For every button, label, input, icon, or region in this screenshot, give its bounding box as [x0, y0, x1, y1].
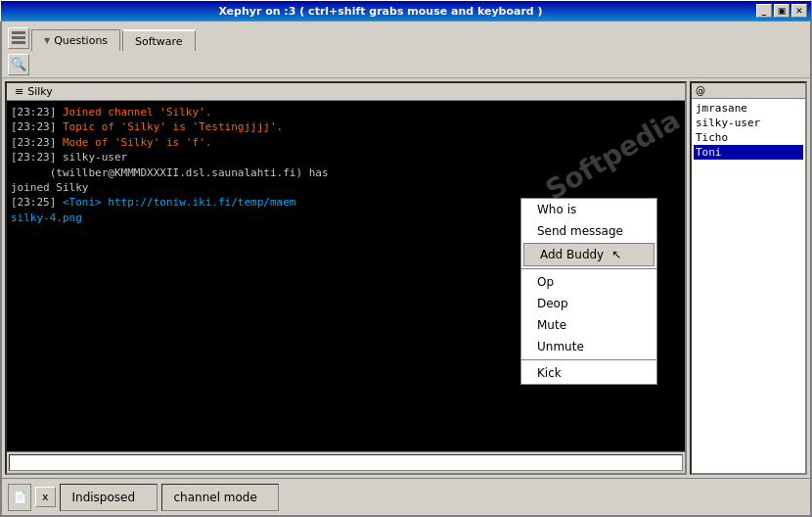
message-1: [23:23] Joined channel 'Silky'. — [11, 105, 681, 119]
title-bar: Xephyr on :3 ( ctrl+shift grabs mouse an… — [0, 0, 812, 22]
toolbar-row: 🔍 — [2, 51, 810, 78]
user-jmrasane[interactable]: jmrasane — [694, 101, 803, 116]
file-icon: 📄 — [13, 491, 27, 504]
context-op[interactable]: Op — [521, 271, 656, 293]
status-close-button[interactable]: x — [35, 487, 56, 507]
tab-arrow-icon: ▼ — [44, 36, 50, 45]
context-deop[interactable]: Deop — [521, 293, 656, 314]
context-add-buddy-label: Add Buddy — [540, 248, 604, 261]
tab-software-label: Software — [135, 35, 183, 48]
msg-text-4: silky-user (twillber@KMMMDXXXII.dsl.saun… — [11, 151, 329, 194]
status-channel-mode: channel mode — [161, 484, 279, 511]
status-indisposed: Indisposed — [60, 484, 158, 511]
user-silky-user[interactable]: silky-user — [694, 116, 803, 130]
context-whois[interactable]: Who is — [521, 199, 656, 220]
chat-input[interactable] — [9, 454, 683, 471]
msg-text-2: Topic of 'Silky' is 'Testingjjjj'. — [63, 120, 283, 133]
context-add-buddy[interactable]: Add Buddy ↖ — [523, 243, 654, 266]
msg-text-1: Joined channel 'Silky'. — [63, 106, 211, 118]
tab-questions-label: Questions — [54, 34, 108, 47]
close-button[interactable]: ✕ — [791, 4, 807, 18]
window-body: ▼ Questions Software 🔍 ≡ Silky [23:23] J… — [0, 22, 812, 517]
msg-time-1: [23:23] — [11, 106, 56, 118]
minimize-button[interactable]: _ — [756, 4, 772, 18]
sidebar-icon[interactable] — [8, 27, 29, 49]
msg-time-5: [23:25] — [11, 196, 56, 209]
user-toni[interactable]: Toni — [694, 145, 803, 160]
msg-time-2: [23:23] — [11, 120, 56, 133]
context-send-message[interactable]: Send message — [521, 220, 656, 242]
status-file-icon: 📄 — [8, 484, 31, 511]
user-list-panel: @ jmrasane silky-user Ticho Toni — [690, 81, 807, 475]
chat-input-row — [7, 451, 685, 473]
title-buttons: _ ▣ ✕ — [756, 4, 807, 18]
restore-button[interactable]: ▣ — [774, 4, 789, 18]
user-list-body[interactable]: jmrasane silky-user Ticho Toni — [692, 99, 805, 473]
channel-mode-label: channel mode — [174, 491, 257, 504]
tab-bar: ▼ Questions Software — [2, 22, 810, 51]
channel-title-text: Silky — [27, 85, 53, 98]
context-separator-1 — [521, 268, 656, 269]
context-unmute[interactable]: Unmute — [521, 336, 656, 357]
status-bar: 📄 x Indisposed channel mode — [2, 478, 810, 515]
tab-questions[interactable]: ▼ Questions — [31, 29, 120, 51]
chat-title: ≡ Silky — [7, 83, 685, 101]
channel-icon: ≡ — [15, 85, 23, 98]
search-icon: 🔍 — [11, 57, 26, 71]
tab-software[interactable]: Software — [122, 29, 196, 51]
indisposed-label: Indisposed — [72, 491, 136, 504]
user-ticho[interactable]: Ticho — [694, 130, 803, 145]
context-kick[interactable]: Kick — [521, 362, 656, 384]
msg-time-3: [23:23] — [11, 136, 56, 149]
user-list-title: @ — [692, 83, 805, 99]
content-area: ≡ Silky [23:23] Joined channel 'Silky'. … — [2, 78, 810, 478]
context-mute[interactable]: Mute — [521, 314, 656, 336]
context-separator-2 — [521, 359, 656, 360]
message-4: [23:23] silky-user (twillber@KMMMDXXXII.… — [11, 150, 681, 195]
message-3: [23:23] Mode of 'Silky' is 'f'. — [11, 135, 681, 150]
message-2: [23:23] Topic of 'Silky' is 'Testingjjjj… — [11, 119, 681, 134]
title-text: Xephyr on :3 ( ctrl+shift grabs mouse an… — [5, 5, 756, 18]
cursor-icon: ↖ — [611, 248, 621, 261]
msg-text-3: Mode of 'Silky' is 'f'. — [63, 136, 211, 149]
search-button[interactable]: 🔍 — [8, 54, 29, 75]
at-icon: @ — [696, 85, 705, 96]
context-menu: Who is Send message Add Buddy ↖ Op Deop … — [520, 198, 657, 385]
msg-time-4: [23:23] — [11, 151, 56, 164]
close-label: x — [42, 491, 49, 503]
